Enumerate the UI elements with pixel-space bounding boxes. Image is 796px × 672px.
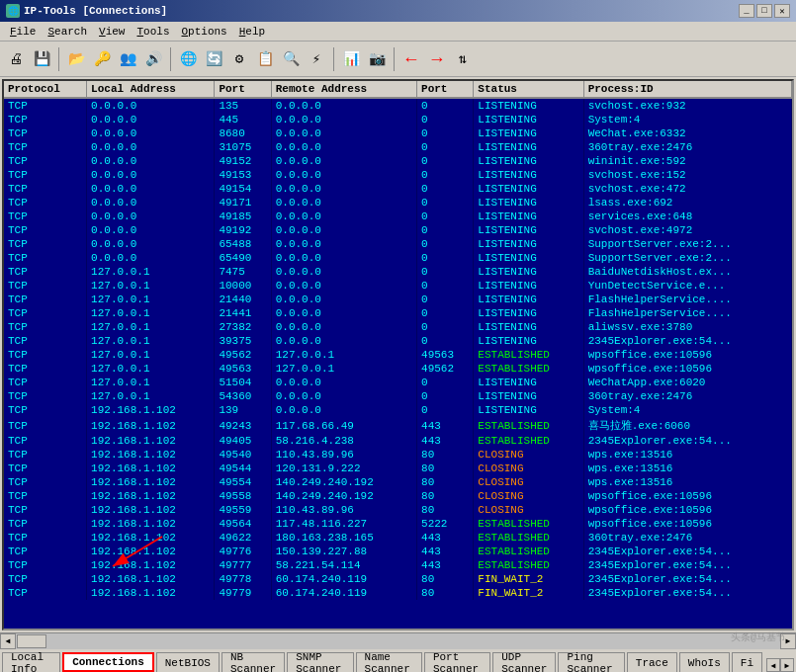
col-process[interactable]: Process:ID xyxy=(583,81,791,98)
col-local-address[interactable]: Local Address xyxy=(87,81,215,98)
table-row[interactable]: TCP 0.0.0.0 49185 0.0.0.0 0 LISTENING se… xyxy=(4,210,792,223)
table-row[interactable]: TCP 0.0.0.0 49192 0.0.0.0 0 LISTENING sv… xyxy=(4,223,792,237)
toolbar-chart[interactable]: 📊 xyxy=(339,47,363,71)
table-row[interactable]: TCP 0.0.0.0 49154 0.0.0.0 0 LISTENING sv… xyxy=(4,182,792,196)
cell-process: System:4 xyxy=(583,403,791,417)
toolbar-refresh[interactable]: 🔄 xyxy=(202,47,225,71)
cell-process: System:4 xyxy=(583,113,791,126)
table-row[interactable]: TCP 192.168.1.102 49564 117.48.116.227 5… xyxy=(4,517,792,531)
table-row[interactable]: TCP 127.0.0.1 49562 127.0.0.1 49563 ESTA… xyxy=(4,348,792,362)
menu-search[interactable]: Search xyxy=(42,24,93,40)
tab-local-info[interactable]: Local Info xyxy=(2,652,60,672)
toolbar-save[interactable]: 💾 xyxy=(30,47,53,71)
table-row[interactable]: TCP 192.168.1.102 139 0.0.0.0 0 LISTENIN… xyxy=(4,403,792,417)
toolbar-key[interactable]: 🔑 xyxy=(90,47,114,71)
menu-view[interactable]: View xyxy=(93,24,131,40)
table-row[interactable]: TCP 0.0.0.0 135 0.0.0.0 0 LISTENING svch… xyxy=(4,98,792,113)
table-row[interactable]: TCP 127.0.0.1 10000 0.0.0.0 0 LISTENING … xyxy=(4,279,792,293)
col-local-port[interactable]: Port xyxy=(215,81,271,98)
toolbar-left[interactable]: ← xyxy=(399,47,423,71)
toolbar-updown[interactable]: ⇅ xyxy=(451,47,475,71)
cell-remote-addr: 0.0.0.0 xyxy=(271,113,416,126)
close-button[interactable]: ✕ xyxy=(774,4,790,18)
table-row[interactable]: TCP 192.168.1.102 49243 117.68.66.49 443… xyxy=(4,417,792,434)
table-row[interactable]: TCP 192.168.1.102 49405 58.216.4.238 443… xyxy=(4,434,792,448)
table-row[interactable]: TCP 127.0.0.1 39375 0.0.0.0 0 LISTENING … xyxy=(4,334,792,348)
tab-fi[interactable]: Fi xyxy=(732,652,762,672)
table-row[interactable]: TCP 0.0.0.0 31075 0.0.0.0 0 LISTENING 36… xyxy=(4,140,792,154)
toolbar-settings[interactable]: ⚙ xyxy=(227,47,251,71)
tab-connections[interactable]: Connections xyxy=(62,652,154,672)
cell-remote-port: 80 xyxy=(417,448,474,462)
tab-trace[interactable]: Trace xyxy=(627,652,677,672)
scroll-left-btn[interactable]: ◀ xyxy=(0,633,16,649)
table-row[interactable]: TCP 192.168.1.102 49540 110.43.89.96 80 … xyxy=(4,448,792,462)
tab-snmp-scanner[interactable]: SNMP Scanner xyxy=(287,652,353,672)
table-row[interactable]: TCP 0.0.0.0 445 0.0.0.0 0 LISTENING Syst… xyxy=(4,113,792,126)
toolbar-camera[interactable]: 📷 xyxy=(365,47,389,71)
cell-local-port: 49544 xyxy=(215,462,271,475)
toolbar-users[interactable]: 👥 xyxy=(116,47,139,71)
col-remote-address[interactable]: Remote Address xyxy=(271,81,416,98)
toolbar-open[interactable]: 📂 xyxy=(64,47,88,71)
table-row[interactable]: TCP 0.0.0.0 65488 0.0.0.0 0 LISTENING Su… xyxy=(4,237,792,251)
table-row[interactable]: TCP 192.168.1.102 49622 180.163.238.165 … xyxy=(4,531,792,545)
scroll-track[interactable] xyxy=(16,633,780,649)
title-bar-controls[interactable]: _ □ ✕ xyxy=(739,4,790,18)
toolbar-search[interactable]: 🔍 xyxy=(279,47,303,71)
table-row[interactable]: TCP 127.0.0.1 21441 0.0.0.0 0 LISTENING … xyxy=(4,306,792,320)
cell-process: svchost.exe:932 xyxy=(583,98,791,113)
table-row[interactable]: TCP 127.0.0.1 51504 0.0.0.0 0 LISTENING … xyxy=(4,376,792,389)
table-row[interactable]: TCP 192.168.1.102 49554 140.249.240.192 … xyxy=(4,475,792,489)
table-row[interactable]: TCP 192.168.1.102 49544 120.131.9.222 80… xyxy=(4,462,792,475)
table-row[interactable]: TCP 127.0.0.1 7475 0.0.0.0 0 LISTENING B… xyxy=(4,265,792,279)
table-scroll[interactable]: Protocol Local Address Port Remote Addre… xyxy=(4,81,792,629)
horizontal-scrollbar[interactable]: ◀ ▶ xyxy=(0,632,796,648)
cell-process: FlashHelperService.... xyxy=(583,306,791,320)
tab-nav-next[interactable]: ▶ xyxy=(780,658,794,672)
scroll-thumb[interactable] xyxy=(17,634,46,648)
col-remote-port[interactable]: Port xyxy=(417,81,474,98)
table-row[interactable]: TCP 192.168.1.102 49778 60.174.240.119 8… xyxy=(4,572,792,586)
table-row[interactable]: TCP 127.0.0.1 27382 0.0.0.0 0 LISTENING … xyxy=(4,320,792,334)
tab-udp-scanner[interactable]: UDP Scanner xyxy=(492,652,556,672)
tab-nav-prev[interactable]: ◀ xyxy=(766,658,780,672)
table-row[interactable]: TCP 0.0.0.0 8680 0.0.0.0 0 LISTENING WeC… xyxy=(4,126,792,140)
table-row[interactable]: TCP 127.0.0.1 54360 0.0.0.0 0 LISTENING … xyxy=(4,389,792,403)
col-protocol[interactable]: Protocol xyxy=(4,81,87,98)
table-row[interactable]: TCP 0.0.0.0 49153 0.0.0.0 0 LISTENING sv… xyxy=(4,168,792,182)
tab-nb-scanner[interactable]: NB Scanner xyxy=(221,652,285,672)
cell-status: CLOSING xyxy=(474,448,583,462)
toolbar-globe[interactable]: 🌐 xyxy=(176,47,200,71)
cell-protocol: TCP xyxy=(4,182,87,196)
cell-protocol: TCP xyxy=(4,558,87,572)
table-row[interactable]: TCP 0.0.0.0 49152 0.0.0.0 0 LISTENING wi… xyxy=(4,154,792,168)
toolbar-sound[interactable]: 🔊 xyxy=(141,47,165,71)
toolbar-bolt[interactable]: ⚡ xyxy=(305,47,328,71)
table-row[interactable]: TCP 127.0.0.1 49563 127.0.0.1 49562 ESTA… xyxy=(4,362,792,376)
menu-help[interactable]: Help xyxy=(233,24,271,40)
cell-local-addr: 0.0.0.0 xyxy=(87,154,215,168)
minimize-button[interactable]: _ xyxy=(739,4,754,18)
tab-port-scanner[interactable]: Port Scanner xyxy=(424,652,490,672)
table-row[interactable]: TCP 192.168.1.102 49558 140.249.240.192 … xyxy=(4,489,792,503)
table-row[interactable]: TCP 0.0.0.0 65490 0.0.0.0 0 LISTENING Su… xyxy=(4,251,792,265)
tab-whois[interactable]: WhoIs xyxy=(679,652,730,672)
toolbar-clipboard[interactable]: 📋 xyxy=(253,47,277,71)
tab-name-scanner[interactable]: Name Scanner xyxy=(356,652,422,672)
table-row[interactable]: TCP 192.168.1.102 49779 60.174.240.119 8… xyxy=(4,586,792,600)
col-status[interactable]: Status xyxy=(474,81,583,98)
toolbar-right[interactable]: → xyxy=(425,47,449,71)
menu-file[interactable]: File xyxy=(4,24,42,40)
tab-ping-scanner[interactable]: Ping Scanner xyxy=(558,652,624,672)
table-row[interactable]: TCP 192.168.1.102 49777 58.221.54.114 44… xyxy=(4,558,792,572)
menu-tools[interactable]: Tools xyxy=(131,24,175,40)
table-row[interactable]: TCP 192.168.1.102 49559 110.43.89.96 80 … xyxy=(4,503,792,517)
table-row[interactable]: TCP 127.0.0.1 21440 0.0.0.0 0 LISTENING … xyxy=(4,293,792,306)
maximize-button[interactable]: □ xyxy=(756,4,772,18)
toolbar-print[interactable]: 🖨 xyxy=(4,47,28,71)
menu-options[interactable]: Options xyxy=(175,24,232,40)
table-row[interactable]: TCP 0.0.0.0 49171 0.0.0.0 0 LISTENING ls… xyxy=(4,196,792,210)
tab-netbios[interactable]: NetBIOS xyxy=(156,652,220,672)
table-row[interactable]: TCP 192.168.1.102 49776 150.139.227.88 4… xyxy=(4,545,792,558)
